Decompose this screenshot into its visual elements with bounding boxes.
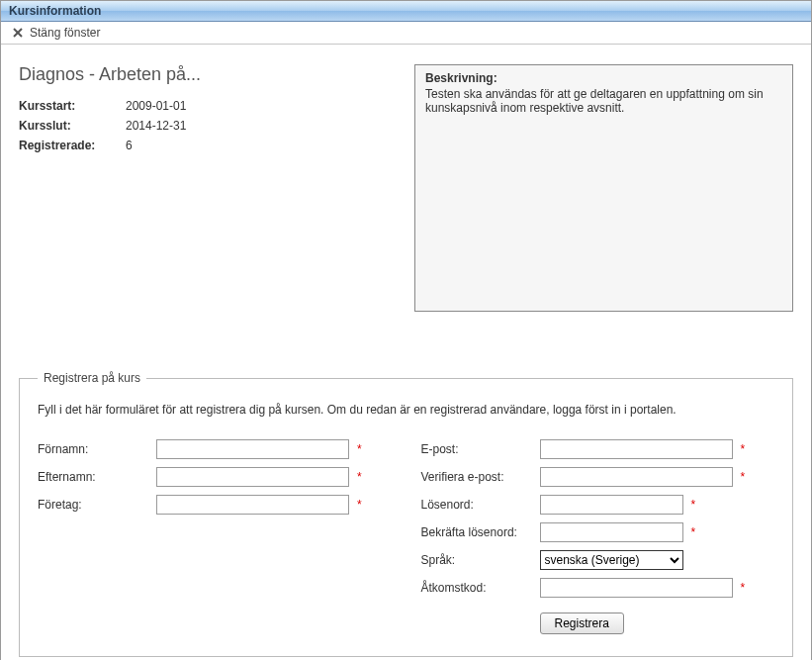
input-verify-email[interactable] [540,467,733,487]
meta-value-end: 2014-12-31 [126,119,186,133]
form-columns: Förnamn: * Efternamn: * Företag: * [38,438,774,634]
meta-value-start: 2009-01-01 [126,99,186,113]
required-mark: * [357,470,362,484]
course-summary-row: Diagnos - Arbeten på... Kursstart: 2009-… [19,64,793,312]
label-firstname: Förnamn: [38,442,156,456]
label-email: E-post: [421,442,540,456]
label-language: Språk: [421,553,540,567]
register-legend: Registrera på kurs [38,371,146,385]
description-box: Beskrivning: Testen ska användas för att… [414,64,793,312]
course-title: Diagnos - Arbeten på... [19,64,395,85]
input-email[interactable] [540,439,733,459]
window: Kursinformation Stäng fönster Diagnos - … [0,0,812,660]
input-confirm-password[interactable] [540,522,683,542]
title-bar: Kursinformation [1,1,811,22]
row-language: Språk: svenska (Sverige) [421,549,775,571]
input-company[interactable] [156,495,349,515]
submit-row: Registrera [421,613,775,634]
required-mark: * [741,442,746,456]
row-accesscode: Åtkomstkod: * [421,577,775,599]
form-left-column: Förnamn: * Efternamn: * Företag: * [38,438,392,634]
description-heading: Beskrivning: [425,71,782,85]
description-text: Testen ska användas för att ge deltagare… [425,87,782,115]
label-lastname: Efternamn: [38,470,156,484]
form-intro: Fyll i det här formuläret för att regist… [38,403,774,417]
toolbar: Stäng fönster [1,22,811,45]
meta-row-start: Kursstart: 2009-01-01 [19,99,395,113]
required-mark: * [357,442,362,456]
label-accesscode: Åtkomstkod: [421,581,540,595]
required-mark: * [691,525,696,539]
label-verify-email: Verifiera e-post: [421,470,540,484]
close-icon [11,26,25,40]
required-mark: * [691,498,696,512]
row-lastname: Efternamn: * [38,466,392,488]
row-company: Företag: * [38,494,392,516]
input-password[interactable] [540,495,683,515]
close-window-label: Stäng fönster [30,26,100,40]
meta-label-start: Kursstart: [19,99,126,113]
required-mark: * [357,498,362,512]
input-firstname[interactable] [156,439,349,459]
course-meta: Diagnos - Arbeten på... Kursstart: 2009-… [19,64,395,158]
window-title: Kursinformation [9,4,101,18]
meta-label-end: Kursslut: [19,119,126,133]
row-email: E-post: * [421,438,775,460]
input-lastname[interactable] [156,467,349,487]
close-window-button[interactable]: Stäng fönster [11,26,100,40]
label-company: Företag: [38,498,156,512]
required-mark: * [741,470,746,484]
label-confirm-password: Bekräfta lösenord: [421,525,540,539]
form-right-column: E-post: * Verifiera e-post: * Lösenord: … [421,438,775,634]
row-confirm-password: Bekräfta lösenord: * [421,521,775,543]
register-fieldset: Registrera på kurs Fyll i det här formul… [19,371,793,657]
meta-value-registered: 6 [126,139,133,152]
meta-row-end: Kursslut: 2014-12-31 [19,119,395,133]
required-mark: * [741,581,746,595]
row-password: Lösenord: * [421,494,775,516]
label-password: Lösenord: [421,498,540,512]
input-accesscode[interactable] [540,578,733,598]
row-firstname: Förnamn: * [38,438,392,460]
meta-label-registered: Registrerade: [19,139,126,152]
register-button[interactable]: Registrera [540,613,624,634]
select-language[interactable]: svenska (Sverige) [540,550,683,570]
content: Diagnos - Arbeten på... Kursstart: 2009-… [1,45,811,660]
meta-row-registered: Registrerade: 6 [19,139,395,152]
row-verify-email: Verifiera e-post: * [421,466,775,488]
